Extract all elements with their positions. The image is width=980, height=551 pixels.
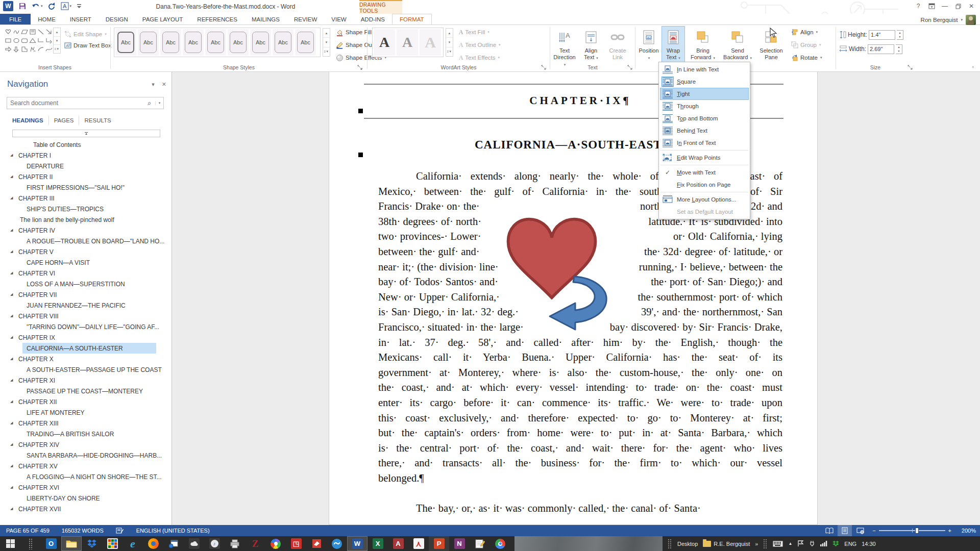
help-button[interactable]: ? [912,0,925,12]
taskbar-picasa[interactable] [265,536,286,551]
collapse-ribbon-button[interactable]: ⌃ [971,66,975,71]
taskbar-acrobat-reader[interactable]: ⋏ [408,536,429,551]
jump-to-top-button[interactable]: ▲ [12,130,160,137]
expand-triangle-icon[interactable]: ◢ [10,507,13,511]
taskbar-file-explorer-active[interactable] [61,536,82,551]
taskbar-dropbox[interactable] [82,536,102,551]
shape-parallelogram-icon[interactable] [20,28,29,36]
zoom-slider[interactable]: − + [872,528,951,534]
shape-rect-icon[interactable] [4,36,12,45]
minimize-button[interactable]: — [938,0,951,12]
height-spinner[interactable]: ▲▼ [897,30,903,40]
word-count[interactable]: 165032 WORDS [56,528,110,534]
taskbar-printer[interactable] [225,536,245,551]
shape-oval-icon[interactable] [12,36,20,45]
shape-corner-icon[interactable] [20,45,29,54]
shape-scribble-icon[interactable] [12,28,20,36]
nav-tab-headings[interactable]: HEADINGS [7,116,49,125]
curved-arrow-shape[interactable] [531,273,612,336]
menu-item-in-front-of-text[interactable]: In Front of Text [660,137,749,149]
nav-item[interactable]: CAPE HORN—A VISIT [0,257,172,268]
expand-triangle-icon[interactable]: ◢ [10,249,13,254]
read-mode-button[interactable] [822,525,837,536]
nav-item[interactable]: ◢CHAPTER XVI [0,482,172,493]
shape-roundrect-icon[interactable] [20,36,29,45]
nav-tab-results[interactable]: RESULTS [79,116,116,125]
taskbar-adobe-app[interactable]: ◳ [286,536,306,551]
wordart-style-tile[interactable]: A [374,29,395,56]
taskbar-outlook[interactable]: O [41,536,61,551]
align-text-button[interactable]: AlignText ▾ [579,26,603,70]
touch-keyboard-icon[interactable] [773,541,783,547]
expand-triangle-icon[interactable]: ◢ [10,174,13,179]
create-link-button[interactable]: CreateLink [606,26,629,70]
toolbar-grip[interactable] [668,539,672,549]
tab-format[interactable]: FORMAT [392,14,432,24]
nav-item-selected[interactable]: CALIFORNIA—A SOUTH-EASTER [0,343,172,354]
shape-style-tile[interactable]: Abc [115,29,136,56]
expand-triangle-icon[interactable]: ◢ [10,228,13,232]
text-outline-button[interactable]: A Text Outline▾ [457,39,503,51]
shape-heart-icon[interactable] [4,28,12,36]
tab-home[interactable]: HOME [31,14,63,24]
user-folder-item[interactable]: R.E. Bergquist [703,541,750,547]
shape-style-tile[interactable]: Abc [295,29,316,56]
shape-arrow-icon[interactable] [45,28,53,36]
nav-item[interactable]: ◢CHAPTER I [0,150,172,161]
tab-insert[interactable]: INSERT [63,14,99,24]
expand-triangle-icon[interactable]: ◢ [10,357,13,361]
close-button[interactable]: ✕ [965,0,978,12]
shape-elbow-arrow-icon[interactable] [45,36,53,45]
nav-item[interactable]: A FLOGGING—A NIGHT ON SHORE—THE ST... [0,471,172,482]
nav-item[interactable]: ◢CHAPTER XII [0,396,172,407]
nav-item[interactable]: ◢CHAPTER X [0,354,172,364]
shape-line-icon[interactable] [37,28,45,36]
nav-item[interactable]: DEPARTURE [0,161,172,171]
nav-item[interactable]: TRADING—A BRITISH SAILOR [0,429,172,439]
nav-item[interactable]: ◢CHAPTER XIII [0,418,172,429]
restore-button[interactable] [951,0,965,12]
height-input[interactable]: 1.4" [869,30,895,40]
taskbar-chrome[interactable] [490,536,510,551]
power-plug-icon[interactable] [809,540,815,547]
expand-triangle-icon[interactable]: ◢ [10,153,13,157]
expand-triangle-icon[interactable]: ◢ [10,292,13,296]
taskbar-internet-explorer[interactable]: e [122,536,143,551]
wordart-dialog-launcher[interactable] [541,65,546,70]
network-signal-icon[interactable] [820,541,827,546]
shape-styles-dialog-launcher[interactable] [357,65,362,70]
nav-item[interactable]: LOSS OF A MAN—SUPERSTITION [0,279,172,289]
tab-design[interactable]: DESIGN [99,14,135,24]
group-button[interactable]: Group▾ [789,39,824,51]
language-indicator[interactable]: ENGLISH (UNITED STATES) [130,528,216,534]
expand-triangle-icon[interactable]: ◢ [10,464,13,468]
account-chip[interactable]: Ron Bergquist ▾ [921,15,976,25]
taskbar-app-grid[interactable] [102,536,122,551]
nav-item[interactable]: SHIP'S DUTIES—TROPICS [0,204,172,214]
menu-item-fix-position-on-page[interactable]: Fix Position on Page [660,179,749,191]
nav-tab-pages[interactable]: PAGES [49,116,80,125]
show-hidden-icons-button[interactable]: ▲ [788,541,792,546]
menu-item-through[interactable]: Through [660,100,749,112]
nav-item[interactable]: "TARRING DOWN"—DAILY LIFE—"GOING AF... [0,321,172,332]
shape-curve-icon[interactable] [45,45,53,54]
tab-page-layout[interactable]: PAGE LAYOUT [135,14,190,24]
shape-elbow-icon[interactable] [37,36,45,45]
expand-triangle-icon[interactable]: ◢ [10,271,13,275]
text-direction-button[interactable]: A TextDirection ▾ [553,26,576,70]
tab-add-ins[interactable]: ADD-INS [354,14,392,24]
nav-item[interactable]: ◢CHAPTER VI [0,268,172,279]
taskbar-onedrive-cloud[interactable] [184,536,204,551]
desktop-toolbar[interactable]: Desktop [677,541,698,547]
search-input[interactable] [7,99,144,107]
redo-button[interactable] [48,3,56,10]
shape-style-tile[interactable]: Abc [138,29,159,56]
print-layout-button[interactable] [838,525,852,536]
shape-style-scrollbar[interactable]: ▲▼≡▼ [323,28,330,57]
nav-item[interactable]: ◢CHAPTER IX [0,332,172,343]
text-fill-button[interactable]: A Text Fill▾ [457,27,503,38]
navigation-pane-options-icon[interactable]: ▾ [152,81,155,88]
shape-style-tile[interactable]: Abc [205,29,226,56]
menu-item-top-and-bottom[interactable]: Top and Bottom [660,112,749,124]
shape-style-tile[interactable]: Abc [183,29,204,56]
